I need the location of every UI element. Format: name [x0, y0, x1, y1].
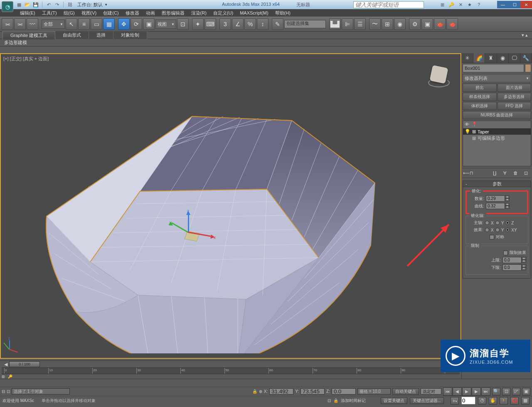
primary-z-radio[interactable] — [505, 221, 510, 225]
primary-x-radio[interactable] — [485, 221, 489, 225]
link-icon[interactable]: ⛓ — [66, 1, 73, 8]
select-by-name-button[interactable]: ≡ — [78, 18, 90, 30]
object-name-input[interactable] — [463, 64, 524, 72]
remove-mod-button[interactable]: 🗑 — [511, 169, 520, 177]
stack-pin-icon[interactable]: 📍 — [472, 122, 478, 127]
render-setup-button[interactable]: ⚙ — [409, 18, 421, 30]
render-prod-button[interactable]: 🫖 — [446, 18, 458, 30]
angle-snap-button[interactable]: ∠ — [232, 18, 244, 30]
selbtn-polysel[interactable]: 多边形选择 — [498, 93, 532, 101]
keymode-dropdown[interactable]: 选定对 — [421, 388, 441, 395]
ribbon-tab-freeform[interactable]: 自由形式 — [55, 31, 89, 39]
taper-curve-input[interactable] — [486, 203, 505, 209]
setkey-button[interactable]: 设置关键点 — [381, 397, 407, 404]
subscription-icon[interactable]: 🔑 — [448, 1, 455, 8]
selbtn-extrude[interactable]: 挤出 — [463, 84, 497, 92]
add-time-tag[interactable]: 添加时间标记 — [341, 398, 378, 404]
stack-eye-icon[interactable]: 👁 — [465, 122, 469, 127]
effect-x-radio[interactable] — [485, 228, 489, 232]
viewport-nav-fov[interactable]: ◸ — [512, 388, 520, 395]
menu-animation[interactable]: 动画 — [143, 10, 158, 16]
selbtn-patchsel[interactable]: 面片选择 — [498, 84, 532, 92]
spinner-up[interactable]: ▲ — [505, 203, 510, 206]
viewport-nav-zoom[interactable]: 🔍 — [492, 388, 500, 395]
make-unique-button[interactable]: ∀ — [500, 169, 510, 177]
symmetry-checkbox[interactable] — [490, 235, 494, 239]
menu-create[interactable]: 创建(C) — [100, 10, 122, 16]
y-coord-input[interactable] — [300, 388, 325, 395]
goto-end-button[interactable]: ⏭ — [481, 387, 490, 396]
close-button[interactable]: ✕ — [520, 1, 532, 8]
object-color-swatch[interactable] — [525, 64, 531, 72]
menu-tools[interactable]: 工具(T) — [39, 10, 60, 16]
time-ruler[interactable]: 0102030405060708090100 — [2, 368, 460, 374]
show-endresult-button[interactable]: ∐ — [490, 169, 499, 177]
stack-item-taper[interactable]: Taper — [478, 129, 489, 134]
next-frame-button[interactable]: ▶ — [472, 387, 481, 396]
undo-icon[interactable]: ↶ — [45, 1, 52, 8]
manipulate-button[interactable]: ✦ — [192, 18, 204, 30]
rollout-params-header[interactable]: -参数 — [463, 180, 531, 187]
mirror-button[interactable]: ▙▟ — [329, 18, 341, 30]
ribbon-tab-graphite[interactable]: Graphite 建模工具 — [2, 31, 55, 39]
autokey-button[interactable]: 自动关键点 — [392, 388, 419, 395]
motion-tab[interactable]: ◉ — [497, 53, 509, 63]
timeslider-left-icon[interactable]: ◀ — [4, 362, 7, 367]
x-coord-input[interactable] — [269, 388, 293, 395]
selbtn-splinesel[interactable]: 样条线选择 — [463, 93, 497, 101]
curve-editor-button[interactable]: 〜 — [369, 18, 381, 30]
percent-snap-button[interactable]: % — [244, 18, 256, 30]
layers-button[interactable]: ☰ — [354, 18, 366, 30]
modifier-stack[interactable]: 👁📍 💡⊞Taper ⊞可编辑多边形 — [463, 121, 531, 166]
exchange-icon[interactable]: ✕ — [457, 1, 464, 8]
selbtn-volsel[interactable]: 体积选择 — [463, 102, 497, 110]
new-icon[interactable]: ▦ — [16, 1, 22, 8]
named-selection-input[interactable]: 创建选择集 — [284, 20, 326, 28]
modifier-list-dropdown[interactable]: 修改器列表 — [463, 74, 531, 82]
spinner-down[interactable]: ▼ — [505, 198, 510, 201]
rotate-button[interactable]: ⟳ — [131, 18, 142, 30]
viewport-nav-zoomext[interactable]: ▣ — [522, 388, 530, 395]
menu-maxscript[interactable]: MAXScript(M) — [236, 10, 271, 15]
align-button[interactable]: ⊫ — [342, 18, 353, 30]
move-button[interactable]: ✥ — [118, 18, 130, 30]
save-icon[interactable]: 💾 — [32, 1, 39, 8]
display-tab[interactable]: 🖵 — [509, 53, 520, 63]
viewport-nav-maxtoggle[interactable]: ▦ — [521, 397, 530, 405]
maximize-button[interactable]: ☐ — [509, 1, 520, 8]
menu-customize[interactable]: 自定义(U) — [210, 10, 236, 16]
timeconfig-button[interactable]: ⏱ — [478, 397, 486, 405]
material-editor-button[interactable]: ◉ — [394, 18, 406, 30]
taper-amount-input[interactable] — [486, 195, 505, 202]
link-button[interactable]: ⫘ — [2, 18, 13, 30]
goto-start-button[interactable]: ⏮ — [443, 387, 452, 396]
viewport-nav-zoomall[interactable]: ⊡ — [502, 388, 510, 395]
menu-edit[interactable]: 编辑(E) — [17, 10, 39, 16]
select-object-button[interactable]: ↖ — [66, 18, 77, 30]
viewport-nav-pan[interactable]: ✋ — [489, 397, 497, 405]
hierarchy-tab[interactable]: ♜ — [485, 53, 497, 63]
spinner-up[interactable]: ▲ — [505, 195, 510, 198]
pivot-center-button[interactable]: ⊡ — [177, 18, 189, 30]
effect-y-radio[interactable] — [495, 228, 500, 232]
ribbon-tab-selection[interactable]: 选择 — [89, 31, 113, 39]
create-tab[interactable]: ✳ — [462, 53, 473, 63]
frame-input[interactable] — [461, 397, 475, 405]
sel-lock-icon[interactable]: 🔒 — [333, 398, 338, 403]
help-icon[interactable]: ? — [475, 1, 482, 8]
maxscript-icon[interactable]: ⊟ — [2, 389, 5, 394]
selbtn-ffdsel[interactable]: FFD 选择 — [498, 102, 532, 110]
menu-help[interactable]: 帮助(H) — [272, 10, 294, 16]
snap-3d-button[interactable]: 3 — [219, 18, 231, 30]
viewport-nav-orbit[interactable]: ⭕ — [510, 397, 519, 405]
menu-modifiers[interactable]: 修改器 — [122, 10, 143, 16]
menu-views[interactable]: 视图(V) — [78, 10, 100, 16]
timeconfig-key-icon[interactable]: 🗝 — [451, 397, 459, 405]
viewport[interactable]: [+] [正交] [真实 + 边面] — [0, 53, 461, 359]
pin-stack-button[interactable]: ⟵⊓ — [463, 169, 473, 177]
stack-item-editpoly[interactable]: 可编辑多边形 — [478, 135, 505, 141]
scale-button[interactable]: ▣ — [143, 18, 155, 30]
keyfilter-button[interactable]: 关键点过滤器... — [410, 397, 444, 404]
workspace-dropdown[interactable]: 工作台: 默认 — [77, 2, 103, 8]
play-button[interactable]: ▶ — [462, 387, 471, 396]
